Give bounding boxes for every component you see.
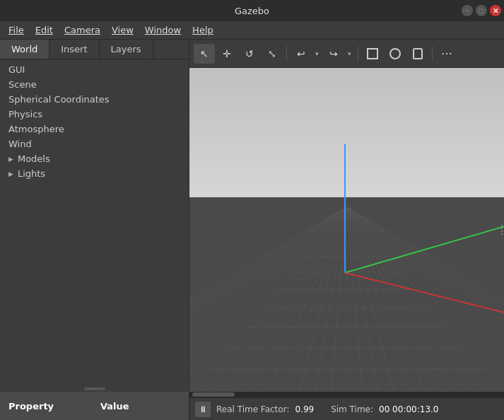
status-bar: ⏸ Real Time Factor: 0.99 Sim Time: 00 00… [189, 397, 504, 420]
insert-sphere-button[interactable] [385, 44, 406, 64]
horizontal-scrollbar[interactable] [189, 392, 504, 397]
insert-box-button[interactable] [362, 44, 383, 64]
redo-group: ↪ ▾ [323, 44, 354, 64]
tab-layers[interactable]: Layers [100, 40, 153, 59]
pause-button[interactable]: ⏸ [195, 402, 211, 417]
minimize-button[interactable]: − [462, 5, 473, 16]
property-col-header: Property [0, 401, 92, 412]
toolbar-sep-1 [286, 46, 287, 62]
menu-item-camera[interactable]: Camera [59, 23, 106, 37]
menu-item-file[interactable]: File [3, 23, 30, 37]
tab-insert[interactable]: Insert [49, 40, 99, 59]
scrollbar-thumb[interactable] [192, 392, 235, 397]
redo-dropdown[interactable]: ▾ [344, 44, 354, 64]
more-toolbar-button[interactable]: ⋯ [436, 44, 457, 64]
real-time-label: Real Time Factor: [216, 404, 289, 414]
menu-item-view[interactable]: View [106, 23, 139, 37]
property-panel: Property Value [0, 392, 189, 420]
axes-overlay [189, 68, 504, 392]
redo-button[interactable]: ↪ [323, 44, 344, 64]
menu-item-window[interactable]: Window [139, 23, 187, 37]
right-edge-handle [501, 225, 503, 235]
tree-item-lights[interactable]: Lights [0, 166, 189, 181]
real-time-value: 0.99 [295, 404, 314, 414]
rotate-tool-button[interactable]: ↺ [239, 44, 260, 64]
scale-tool-button[interactable]: ⤡ [262, 44, 283, 64]
sphere-icon [389, 48, 401, 59]
sim-time-value: 00 00:00:13.0 [379, 404, 438, 414]
title-bar: Gazebo − □ ✕ [0, 0, 504, 21]
window-controls: − □ ✕ [462, 5, 501, 16]
menu-bar: FileEditCameraViewWindowHelp [0, 21, 504, 40]
insert-cylinder-button[interactable] [407, 44, 428, 64]
toolbar-sep-2 [358, 46, 358, 62]
sim-time-label: Sim Time: [331, 404, 373, 414]
undo-dropdown[interactable]: ▾ [312, 44, 322, 64]
maximize-button[interactable]: □ [476, 5, 487, 16]
app-title: Gazebo [235, 6, 269, 16]
svg-line-2 [345, 273, 504, 313]
close-button[interactable]: ✕ [490, 5, 501, 16]
tree-item-physics[interactable]: Physics [0, 107, 189, 122]
menu-item-edit[interactable]: Edit [30, 23, 59, 37]
tree-item-models[interactable]: Models [0, 151, 189, 166]
tree-item-gui[interactable]: GUI [0, 62, 189, 77]
tree-item-atmosphere[interactable]: Atmosphere [0, 122, 189, 136]
left-panel: WorldInsertLayers GUISceneSpherical Coor… [0, 40, 189, 420]
menu-item-help[interactable]: Help [187, 23, 219, 37]
svg-line-1 [345, 226, 504, 272]
viewport[interactable] [189, 68, 504, 392]
toolbar: ↖ ✛ ↺ ⤡ ↩ ▾ ↪ ▾ [189, 40, 504, 68]
toolbar-sep-3 [432, 46, 433, 62]
main-layout: WorldInsertLayers GUISceneSpherical Coor… [0, 40, 504, 420]
tree-item-scene[interactable]: Scene [0, 77, 189, 92]
translate-tool-button[interactable]: ✛ [216, 44, 238, 64]
tab-world[interactable]: World [0, 40, 49, 59]
undo-group: ↩ ▾ [291, 44, 322, 64]
undo-button[interactable]: ↩ [291, 44, 312, 64]
cylinder-icon [413, 48, 423, 59]
value-col-header: Value [92, 401, 189, 412]
tree-view[interactable]: GUISceneSpherical CoordinatesPhysicsAtmo… [0, 59, 189, 386]
tree-item-wind[interactable]: Wind [0, 136, 189, 151]
cube-icon [367, 48, 378, 59]
tab-bar: WorldInsertLayers [0, 40, 189, 59]
tree-item-spherical-coordinates[interactable]: Spherical Coordinates [0, 92, 189, 107]
right-panel: ↖ ✛ ↺ ⤡ ↩ ▾ ↪ ▾ [189, 40, 504, 420]
select-tool-button[interactable]: ↖ [194, 44, 215, 64]
